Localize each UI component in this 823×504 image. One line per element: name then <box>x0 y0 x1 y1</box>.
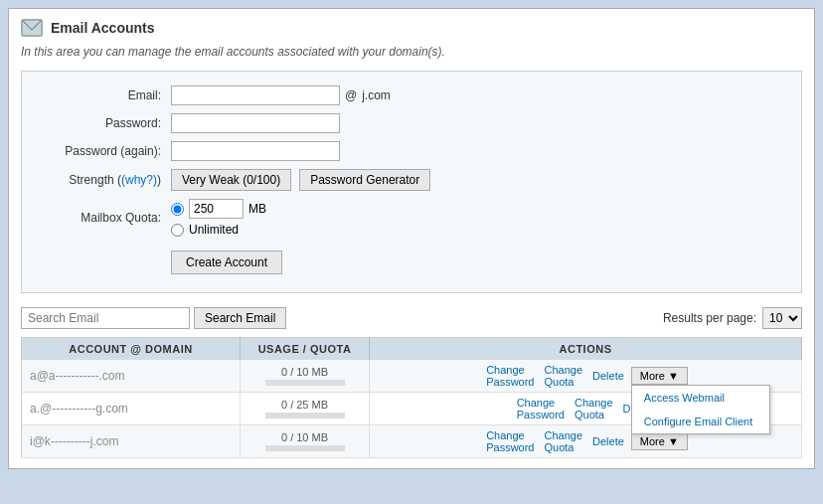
col-usage: Usage / Quota <box>241 338 370 361</box>
email-label: Email: <box>42 88 171 102</box>
dropdown-menu-item[interactable]: Configure Email Client <box>632 410 769 433</box>
mailbox-quota-row: Mailbox Quota: MB Unlimited <box>42 199 781 237</box>
results-per-page-label: Results per page: <box>663 311 756 325</box>
change-password-link[interactable]: ChangePassword <box>517 397 565 420</box>
quota-options: MB Unlimited <box>171 199 266 237</box>
account-cell: i@k----------j.com <box>22 425 241 458</box>
quota-unlimited-option: Unlimited <box>171 223 266 237</box>
search-email-button[interactable]: Search Email <box>194 307 286 329</box>
usage-text: 0 / 25 MB <box>248 399 361 411</box>
domain-suffix: j.com <box>362 88 391 102</box>
create-account-form: Email: @ j.com Password: Password (again… <box>21 71 802 293</box>
email-row: Email: @ j.com <box>42 85 781 105</box>
more-button[interactable]: More ▼ <box>631 367 688 385</box>
account-name: i@k----------j.com <box>30 434 118 448</box>
results-per-page-select[interactable]: 10 25 50 <box>762 307 802 329</box>
quota-unlimited-label: Unlimited <box>189 223 239 237</box>
usage-bar-bg <box>265 413 345 419</box>
results-per-page-control: Results per page: 10 25 50 <box>663 307 802 329</box>
delete-link[interactable]: Delete <box>592 370 624 382</box>
change-password-link[interactable]: ChangePassword <box>486 364 534 388</box>
quota-mb-label: MB <box>248 202 266 216</box>
password-row: Password: <box>42 113 781 133</box>
table-header-row: Account @ Domain Usage / Quota Actions <box>22 338 802 361</box>
strength-why-link[interactable]: (why?) <box>121 173 157 187</box>
password-again-row: Password (again): <box>42 141 781 161</box>
create-account-button[interactable]: Create Account <box>171 251 282 274</box>
at-sign: @ <box>345 88 357 102</box>
usage-cell: 0 / 10 MB <box>241 425 370 458</box>
change-password-link[interactable]: ChangePassword <box>486 429 534 453</box>
strength-label: Strength ((why?)) <box>42 173 171 187</box>
quota-mb-radio[interactable] <box>171 203 184 216</box>
password-again-label: Password (again): <box>42 144 171 158</box>
strength-value-btn: Very Weak (0/100) <box>171 169 291 191</box>
usage-cell: 0 / 10 MB <box>241 360 370 393</box>
account-name: a@a-----------.com <box>30 369 125 383</box>
search-input[interactable] <box>21 307 190 329</box>
dropdown-menu: Access WebmailConfigure Email Client <box>631 385 770 434</box>
delete-link[interactable]: Delete <box>592 435 624 447</box>
email-input[interactable] <box>171 85 340 105</box>
page-description: In this area you can manage the email ac… <box>21 45 802 59</box>
quota-mb-option: MB <box>171 199 266 219</box>
change-quota-link[interactable]: ChangeQuota <box>544 429 582 453</box>
account-cell: a@a-----------.com <box>22 360 241 393</box>
password-input[interactable] <box>171 113 340 133</box>
password-again-input[interactable] <box>171 141 340 161</box>
usage-bar-bg <box>265 380 345 386</box>
account-cell: a.@-----------g.com <box>22 393 241 425</box>
usage-bar-bg <box>265 445 345 451</box>
usage-text: 0 / 10 MB <box>248 431 361 443</box>
change-quota-link[interactable]: ChangeQuota <box>575 397 613 420</box>
dropdown-menu-item[interactable]: Access Webmail <box>632 386 769 410</box>
usage-cell: 0 / 25 MB <box>241 393 370 425</box>
email-icon <box>21 19 43 37</box>
strength-controls: Very Weak (0/100) Password Generator <box>171 169 430 191</box>
usage-text: 0 / 10 MB <box>248 366 361 378</box>
change-quota-link[interactable]: ChangeQuota <box>544 364 582 388</box>
quota-value-input[interactable] <box>189 199 244 219</box>
password-label: Password: <box>42 116 171 130</box>
page-header: Email Accounts <box>21 19 802 37</box>
strength-row: Strength ((why?)) Very Weak (0/100) Pass… <box>42 169 781 191</box>
password-generator-button[interactable]: Password Generator <box>299 169 430 191</box>
col-account: Account @ Domain <box>22 338 241 361</box>
more-button[interactable]: More ▼ <box>631 432 688 450</box>
quota-unlimited-radio[interactable] <box>171 224 184 237</box>
mailbox-quota-label: Mailbox Quota: <box>42 211 171 225</box>
page-title: Email Accounts <box>51 20 155 36</box>
col-actions: Actions <box>370 338 802 361</box>
search-row: Search Email Results per page: 10 25 50 <box>21 307 802 329</box>
account-name: a.@-----------g.com <box>30 402 128 416</box>
